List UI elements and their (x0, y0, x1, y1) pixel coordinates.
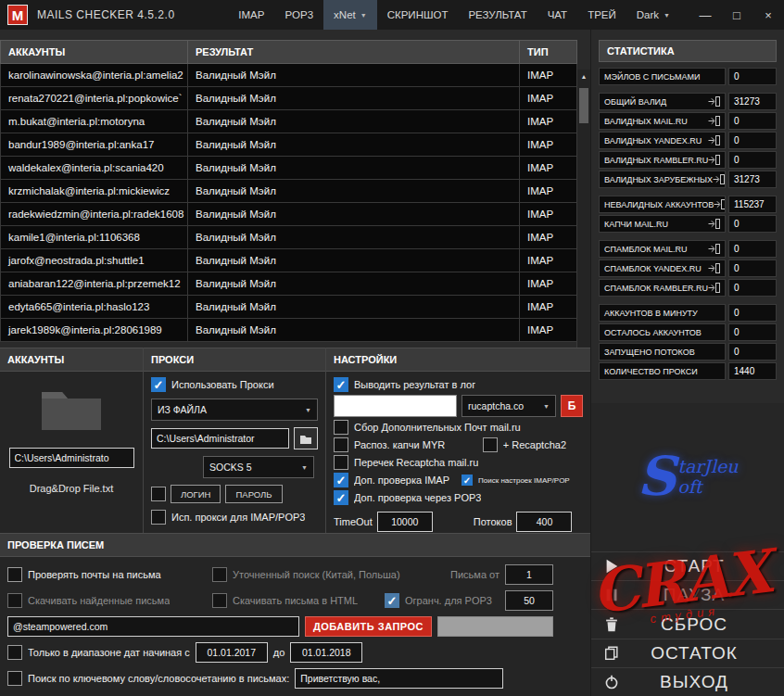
collect-mail-checkbox[interactable]: Сбор Дополнительных Почт mail.ru (334, 420, 583, 435)
checkbox-icon (334, 455, 348, 470)
recaptcha2-checkbox[interactable]: + Recaptcha2 (483, 437, 566, 452)
menu-item-result[interactable]: РЕЗУЛЬТАТ (458, 0, 537, 30)
letters-from-input[interactable] (505, 564, 553, 585)
table-row[interactable]: kamile1@interia.pl:1106368Валидный МэйлI… (1, 226, 577, 249)
action-pause-button[interactable]: ПАУЗА (591, 580, 784, 609)
date-range-checkbox[interactable]: Только в диапазоне дат начиная с (7, 645, 190, 660)
export-icon[interactable] (714, 199, 726, 209)
stat-row: СПАМБЛОК MAIL.RU0 (599, 240, 777, 258)
keyword-checkbox[interactable]: Поиск по ключевому слову/словосочетанию … (7, 671, 289, 686)
date-from-input[interactable] (196, 642, 268, 663)
query-input[interactable] (7, 616, 299, 637)
imap-check-checkbox[interactable]: Доп. проверка IMAP (334, 473, 449, 487)
password-field[interactable]: ПАРОЛЬ (225, 485, 282, 503)
recheck-recaptcha-checkbox[interactable]: Перечек Recaptcha mail.ru (334, 455, 583, 470)
imap-settings-search-checkbox[interactable]: Поиск настроек IMAP/POP (462, 475, 570, 486)
column-header-accounts[interactable]: АККАУНТЫ (1, 41, 188, 64)
menu-item-imap[interactable]: IMAP (228, 0, 274, 30)
export-icon[interactable] (708, 96, 720, 107)
scrollbar-thumb[interactable] (579, 88, 588, 123)
refined-search-checkbox[interactable]: Уточненный поиск (Китай, Польша) (212, 567, 425, 582)
proxy-type-dropdown[interactable]: SOCKS 5 ▼ (203, 456, 314, 478)
export-icon[interactable] (708, 219, 720, 229)
captcha-key-input[interactable] (334, 395, 457, 417)
column-header-type[interactable]: ТИП (520, 41, 577, 64)
stat-value: 0 (728, 240, 777, 258)
titlebar: M MAILS CHECKER 4.5.2.0 IMAPPOP3xNet▼СКР… (0, 0, 784, 30)
maximize-button[interactable]: □ (721, 0, 752, 30)
app-logo-icon: M (7, 5, 28, 25)
proxy-source-dropdown[interactable]: ИЗ ФАЙЛА ▼ (151, 399, 318, 421)
table-row[interactable]: krzmichalak@interia.pl:mickiewiczВалидны… (1, 180, 577, 203)
menu-item-chat[interactable]: ЧАТ (537, 0, 577, 30)
export-icon[interactable] (708, 244, 720, 254)
table-row[interactable]: karolinawinowska@interia.pl:amelia2Валид… (1, 64, 577, 87)
proxy-imap-pop3-checkbox[interactable]: Исп. прокси для IMAP/POP3 (151, 510, 318, 525)
recognize-captcha-checkbox[interactable]: Распоз. капчи MYR (334, 437, 445, 452)
account-cell: bandur1989@interia.pl:anka17 (1, 133, 188, 157)
action-start-button[interactable]: СТАРТ (591, 551, 784, 580)
pop3-limit-input[interactable] (505, 590, 553, 611)
export-icon[interactable] (713, 174, 725, 184)
menu-item-pop3[interactable]: POP3 (274, 0, 323, 30)
checkbox-icon (7, 567, 22, 582)
scroll-up-arrow-icon[interactable]: ▲ (577, 70, 590, 80)
threads-label: Потоков (474, 516, 512, 527)
checkbox-icon (462, 475, 473, 486)
add-query-button[interactable]: ДОБАВИТЬ ЗАПРОС (305, 616, 432, 637)
pop3-check-checkbox[interactable]: Доп. проверка через POP3 (334, 490, 583, 505)
export-icon[interactable] (708, 135, 720, 146)
table-row[interactable]: waldekalex@interia.pl:scania420Валидный … (1, 157, 577, 180)
table-row[interactable]: radekwiedzmin@interia.pl:radek1608Валидн… (1, 203, 577, 226)
threads-input[interactable] (516, 512, 572, 532)
export-icon[interactable] (708, 155, 720, 165)
proxy-path-input[interactable] (151, 428, 289, 449)
check-mail-checkbox[interactable]: Проверять почты на письма (7, 567, 207, 582)
export-icon[interactable] (708, 283, 720, 293)
table-row[interactable]: jarek1989k@interia.pl:28061989Валидный М… (1, 319, 577, 342)
menu-item-theme[interactable]: Dark▼ (626, 0, 680, 30)
close-button[interactable]: × (752, 0, 784, 30)
table-row[interactable]: renata270221@interia.pl:popkowice`Валидн… (1, 87, 577, 110)
export-icon[interactable] (708, 116, 720, 126)
table-row[interactable]: aniabaran122@interia.pl:przemek12Валидны… (1, 272, 577, 296)
table-scrollbar[interactable]: ▲ (576, 70, 590, 348)
action-label: ОСТАТОК (628, 643, 784, 664)
table-row[interactable]: bandur1989@interia.pl:anka17Валидный Мэй… (1, 133, 577, 157)
checkbox-icon (212, 567, 227, 582)
folder-icon[interactable] (39, 383, 104, 437)
menu-item-xnet[interactable]: xNet▼ (323, 0, 377, 30)
results-table-body: karolinawinowska@interia.pl:amelia2Валид… (1, 64, 577, 342)
download-html-checkbox[interactable]: Скачивать письма в HTML (212, 593, 379, 608)
proxy-folder-button[interactable] (294, 427, 318, 449)
stat-row: ОСТАЛОСЬ АККАУНТОВ0 (599, 323, 777, 341)
pop3-limit-checkbox[interactable]: Огранч. для POP3 (385, 593, 492, 608)
keyword-input[interactable] (295, 668, 503, 689)
action-reset-button[interactable]: СБРОС (591, 609, 784, 638)
column-header-result[interactable]: РЕЗУЛЬТАТ (188, 41, 520, 64)
table-row[interactable]: jarofx@neostrada.pl:shuttle1Валидный Мэй… (1, 249, 577, 272)
menu-item-screenshot[interactable]: СКРИНШОТ (377, 0, 459, 30)
checkbox-icon (7, 645, 22, 660)
download-letters-checkbox[interactable]: Скачивать найденные письма (7, 593, 207, 608)
minimize-button[interactable]: — (689, 0, 721, 30)
stat-row: ВАЛИДНЫХ RAMBLER.RU0 (599, 151, 777, 169)
timeout-input[interactable] (377, 512, 433, 532)
menu-item-tray[interactable]: ТРЕЙ (577, 0, 626, 30)
action-rest-button[interactable]: ОСТАТОК (591, 639, 784, 667)
log-output-checkbox[interactable]: Выводить результат в лог (334, 377, 583, 392)
captcha-service-dropdown[interactable]: rucaptcha.co ▼ (462, 395, 556, 417)
export-icon[interactable] (708, 263, 720, 273)
table-row[interactable]: edyta665@interia.pl:haslo123Валидный Мэй… (1, 296, 577, 319)
stats-list: МЭЙЛОВ С ПИСЬМАМИ0ОБЩИЙ ВАЛИД31273ВАЛИДН… (599, 68, 777, 380)
proxy-auth-checkbox[interactable] (151, 487, 166, 501)
accounts-path-input[interactable] (9, 448, 134, 468)
date-to-input[interactable] (290, 642, 362, 663)
action-exit-button[interactable]: ВЫХОД (591, 667, 784, 696)
type-cell: IMAP (520, 180, 577, 203)
login-field[interactable]: ЛОГИН (171, 485, 221, 503)
balance-button[interactable]: Б (561, 395, 583, 417)
folder-icon (299, 434, 312, 444)
table-row[interactable]: m.bukat@interia.pl:motorynaВалидный Мэйл… (1, 110, 577, 133)
use-proxy-checkbox[interactable]: Использовать Прокси (151, 377, 318, 392)
